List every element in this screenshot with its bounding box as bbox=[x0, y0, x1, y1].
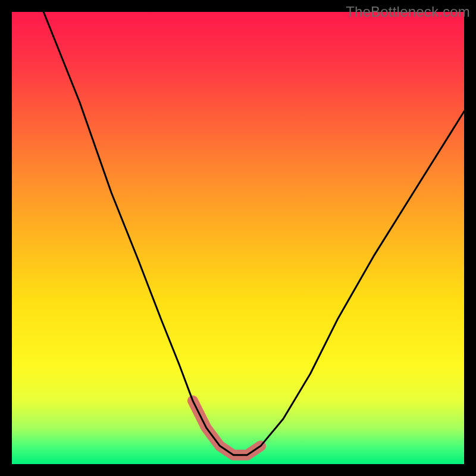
chart-stage: TheBottleneck.com bbox=[0, 0, 476, 476]
plot-area bbox=[12, 12, 464, 464]
chart-svg bbox=[12, 12, 464, 464]
attribution-label: TheBottleneck.com bbox=[346, 4, 470, 20]
bottleneck-curve bbox=[43, 12, 464, 455]
ideal-zone-highlight bbox=[193, 401, 261, 455]
